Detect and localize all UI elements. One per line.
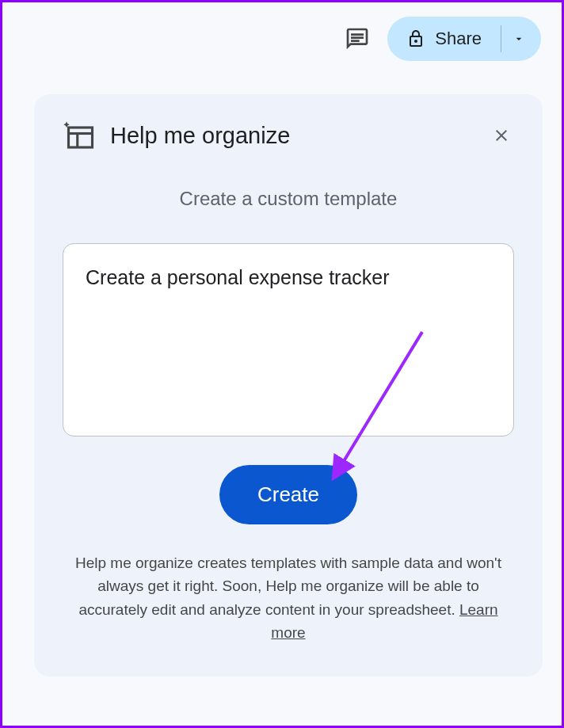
svg-rect-0: [69, 128, 93, 147]
share-button[interactable]: Share: [387, 17, 541, 61]
comment-icon: [345, 26, 370, 51]
panel-header: Help me organize: [63, 120, 514, 151]
lock-icon: [406, 29, 425, 48]
share-label: Share: [435, 29, 482, 49]
comment-history-button[interactable]: [341, 23, 373, 55]
panel-title-group: Help me organize: [63, 120, 290, 151]
organize-sparkle-icon: [63, 120, 94, 151]
toolbar: Share: [2, 2, 562, 75]
footer-text-content: Help me organize creates templates with …: [75, 555, 501, 618]
caret-down-icon: [513, 32, 525, 45]
footer-text: Help me organize creates templates with …: [63, 551, 514, 645]
close-icon: [492, 126, 511, 145]
close-button[interactable]: [489, 123, 514, 148]
prompt-input-container[interactable]: Create a personal expense tracker: [63, 243, 514, 436]
share-main[interactable]: Share: [387, 17, 501, 61]
share-dropdown-button[interactable]: [501, 17, 541, 61]
create-button[interactable]: Create: [219, 465, 357, 524]
panel-title: Help me organize: [110, 123, 290, 149]
help-me-organize-panel: Help me organize Create a custom templat…: [34, 94, 543, 677]
prompt-input[interactable]: Create a personal expense tracker: [86, 266, 491, 289]
panel-subtitle: Create a custom template: [63, 188, 514, 210]
